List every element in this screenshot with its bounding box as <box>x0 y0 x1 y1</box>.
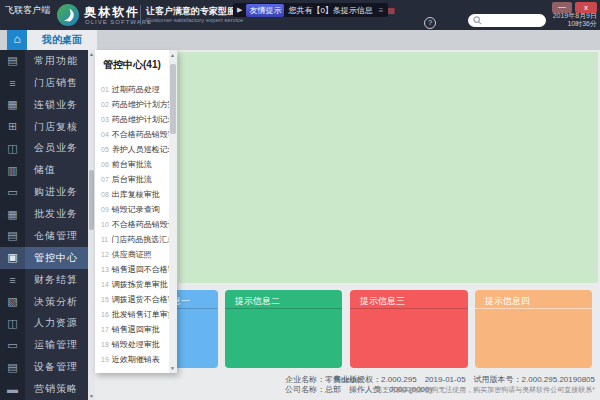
sidebar-item-4[interactable]: ◫会员业务 <box>0 138 88 160</box>
window-title: 飞联客户端 <box>5 4 50 17</box>
flyout-item-number: 17 <box>101 326 109 333</box>
sidebar-item-0[interactable]: ▤常用功能 <box>0 50 88 72</box>
flyout-item-04[interactable]: 04不合格药品销毁审批表 <box>95 127 169 142</box>
sidebar-item-10[interactable]: ≡财务结算 <box>0 269 88 291</box>
scroll-up-icon[interactable]: ▲ <box>169 52 176 58</box>
info-card-3[interactable]: 提示信息三 <box>350 290 468 368</box>
flyout-item-19[interactable]: 19近效期催销表 <box>95 352 169 367</box>
flyout-item-number: 09 <box>101 206 109 213</box>
sidebar-item-12[interactable]: ◫人力资源 <box>0 313 88 335</box>
tab-my-desktop[interactable]: 我的桌面 <box>27 30 97 50</box>
flyout-item-label: 前台审批流 <box>112 159 152 170</box>
sidebar-item-icon: ≡ <box>0 269 25 291</box>
sidebar-item-14[interactable]: ▤设备管理 <box>0 356 88 378</box>
flyout-item-07[interactable]: 07后台审批流 <box>95 172 169 187</box>
flyout-item-label: 门店药品挑选汇总 <box>111 234 169 245</box>
help-icon[interactable]: ? <box>424 17 436 29</box>
search-icon <box>473 16 482 25</box>
sidebar-item-13[interactable]: ▭运输管理 <box>0 334 88 356</box>
sidebar-item-label: 仓储管理 <box>25 225 88 247</box>
flyout-item-number: 04 <box>101 131 109 138</box>
sidebar-item-6[interactable]: ▭购进业务 <box>0 181 88 203</box>
sidebar-item-label: 运输管理 <box>25 334 88 356</box>
sidebar-scrollbar[interactable]: ▲ ▼ <box>88 50 95 400</box>
sidebar-item-3[interactable]: ⊞门店复核 <box>0 116 88 138</box>
flyout-item-number: 10 <box>101 221 109 228</box>
flyout-item-label: 销毁记录查询 <box>112 204 160 215</box>
flyout-item-number: 03 <box>101 116 109 123</box>
sidebar-item-8[interactable]: ▤仓储管理 <box>0 225 88 247</box>
flyout-item-label: 销售退回审批 <box>112 324 160 335</box>
sidebar: ▤常用功能≡门店销售▦连锁业务⊞门店复核◫会员业务▥储值▭购进业务▦批发业务▤仓… <box>0 50 88 400</box>
sidebar-item-11[interactable]: ▧决策分析 <box>0 291 88 313</box>
flyout-item-number: 08 <box>101 191 109 198</box>
home-tab-icon[interactable]: ⌂ <box>7 30 27 50</box>
flyout-item-03[interactable]: 03药品维护计划记录 <box>95 112 169 127</box>
notification-ticker[interactable]: ▶ 友情提示 您共有【0】条提示信息 ≡ ▦ <box>233 3 388 17</box>
flyout-title: 管控中心(41) <box>103 58 161 72</box>
top-bar: 飞联客户端 奥林软件 OLIVE SOFTWARE 让客户满意的专家型服务 Cu… <box>0 0 600 30</box>
search-input[interactable] <box>482 15 546 26</box>
notice-grid-icon[interactable]: ▦ <box>388 6 396 15</box>
sidebar-item-label: 会员业务 <box>25 138 88 160</box>
flyout-item-label: 药品维护计划记录 <box>112 114 169 125</box>
flyout-item-17[interactable]: 17销售退回审批 <box>95 322 169 337</box>
flyout-item-09[interactable]: 09销毁记录查询 <box>95 202 169 217</box>
sidebar-item-label: 人力资源 <box>25 313 88 335</box>
sidebar-item-5[interactable]: ▥储值 <box>0 159 88 181</box>
sidebar-item-9[interactable]: ▣管控中心 <box>0 247 88 269</box>
sidebar-item-7[interactable]: ▦批发业务 <box>0 203 88 225</box>
sidebar-item-label: 决策分析 <box>25 291 88 313</box>
card-divider <box>350 308 468 309</box>
scrollbar-thumb[interactable] <box>170 64 176 134</box>
flyout-item-label: 出库复核审批 <box>112 189 160 200</box>
flyout-item-02[interactable]: 02药品维护计划方案 <box>95 97 169 112</box>
scroll-down-icon[interactable]: ▼ <box>88 393 95 399</box>
flyout-item-15[interactable]: 15调拨退货不合格审批 <box>95 292 169 307</box>
brand-name-en: OLIVE SOFTWARE <box>85 19 152 25</box>
flyout-item-number: 19 <box>101 356 109 363</box>
notice-menu-icon[interactable]: ≡ <box>379 6 384 15</box>
scrollbar-thumb[interactable] <box>89 170 94 230</box>
flyout-item-number: 07 <box>101 176 109 183</box>
sidebar-item-15[interactable]: ▬营销策略 <box>0 378 88 400</box>
info-card-2[interactable]: 提示信息二 <box>225 290 342 368</box>
flyout-item-label: 销售退回不合格审批 <box>112 264 169 275</box>
sidebar-item-icon: ▤ <box>0 225 25 247</box>
flyout-item-13[interactable]: 13销售退回不合格审批 <box>95 262 169 277</box>
flyout-item-label: 供应商证照 <box>112 249 152 260</box>
card-title: 提示信息二 <box>235 295 280 308</box>
scroll-down-icon[interactable]: ▼ <box>169 365 176 371</box>
flyout-item-number: 11 <box>101 236 108 243</box>
flyout-item-01[interactable]: 01过期药品处理 <box>95 82 169 97</box>
card-divider <box>475 308 592 309</box>
flyout-scrollbar[interactable]: ▲ ▼ <box>169 50 177 373</box>
sidebar-item-label: 储值 <box>25 159 88 181</box>
sidebar-item-icon: ▦ <box>0 94 25 116</box>
flyout-item-11[interactable]: 11门店药品挑选汇总 <box>95 232 169 247</box>
flyout-item-number: 02 <box>101 101 109 108</box>
scroll-up-icon[interactable]: ▲ <box>88 51 95 57</box>
card-title: 提示信息四 <box>485 295 530 308</box>
sidebar-item-2[interactable]: ▦连锁业务 <box>0 94 88 116</box>
flyout-item-16[interactable]: 16批发销售订单审批 <box>95 307 169 322</box>
flyout-item-18[interactable]: 18销毁处理审批 <box>95 337 169 352</box>
sidebar-item-label: 门店销售 <box>25 72 88 94</box>
flyout-item-05[interactable]: 05养护人员巡检记录 <box>95 142 169 157</box>
time-text: 10时36分 <box>553 20 597 28</box>
flyout-item-10[interactable]: 10不合格药品销毁记录 <box>95 217 169 232</box>
play-icon[interactable]: ▶ <box>237 6 242 14</box>
flyout-item-14[interactable]: 14调拨拣货单审批 <box>95 277 169 292</box>
sidebar-item-icon: ◫ <box>0 138 25 160</box>
flyout-list: 01过期药品处理02药品维护计划方案03药品维护计划记录04不合格药品销毁审批表… <box>95 82 169 367</box>
card-title: 提示信息三 <box>360 295 405 308</box>
flyout-item-12[interactable]: 12供应商证照 <box>95 247 169 262</box>
app-window: 飞联客户端 奥林软件 OLIVE SOFTWARE 让客户满意的专家型服务 Cu… <box>0 0 600 400</box>
search-box[interactable] <box>468 14 546 27</box>
flyout-item-label: 过期药品处理 <box>112 84 160 95</box>
flyout-item-06[interactable]: 06前台审批流 <box>95 157 169 172</box>
sidebar-item-1[interactable]: ≡门店销售 <box>0 72 88 94</box>
info-card-4[interactable]: 提示信息四 <box>475 290 592 368</box>
sidebar-item-icon: ▣ <box>0 247 25 269</box>
flyout-item-08[interactable]: 08出库复核审批 <box>95 187 169 202</box>
